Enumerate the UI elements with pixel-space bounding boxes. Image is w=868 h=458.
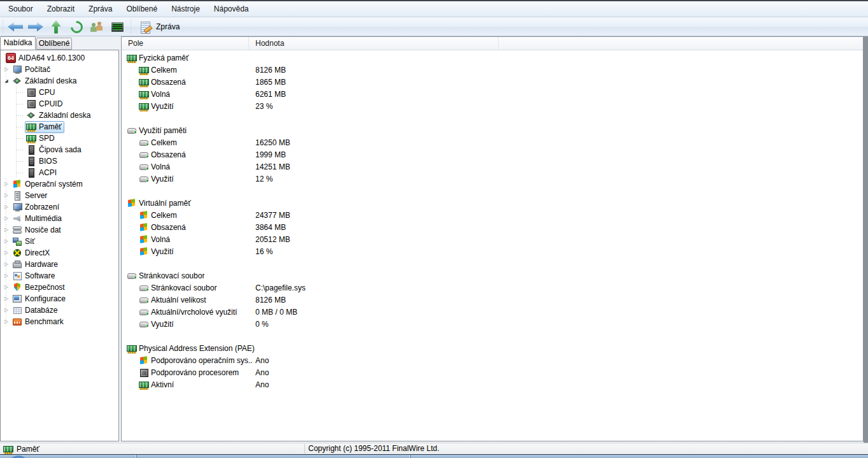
tree-item-s[interactable]: Síť <box>1 236 118 247</box>
swap-icon <box>139 283 149 293</box>
tree-item-aida64-v1-60-1300[interactable]: 64AIDA64 v1.60.1300 <box>1 52 118 64</box>
expand-arrow[interactable] <box>2 304 11 316</box>
start-button[interactable] <box>7 455 30 458</box>
tree-item-bezpe-nost[interactable]: Bezpečnost <box>1 282 118 293</box>
field-row-vyu-it[interactable]: Využití23 % <box>122 100 863 112</box>
field-row-voln[interactable]: Volná6261 MB <box>122 88 863 100</box>
tree-item-hardware[interactable]: Hardware <box>1 259 118 270</box>
expand-arrow[interactable] <box>2 282 11 293</box>
expand-arrow[interactable] <box>2 236 11 247</box>
refresh-button[interactable] <box>66 18 87 35</box>
field-row-celkem[interactable]: Celkem16250 MB <box>122 136 863 148</box>
group-row-virtu-ln-pam[interactable]: Virtuální paměť <box>122 197 863 209</box>
field-row-podporov-no-procesorem[interactable]: Podporováno procesoremAno <box>122 366 863 378</box>
swap-icon <box>139 295 149 305</box>
tree-item-label: Databáze <box>25 306 57 315</box>
group-row-vyu-it-pam-ti[interactable]: Využití paměti <box>122 124 863 136</box>
field-row-obsazen[interactable]: Obsazená1865 MB <box>122 76 863 88</box>
group-row-fyzick-pam[interactable]: Fyzická paměť <box>122 52 863 64</box>
tree-item-ipov-sada[interactable]: Čipová sada <box>1 144 118 155</box>
expand-arrow[interactable] <box>2 190 11 201</box>
column-header-hodnota[interactable]: Hodnota <box>249 37 499 50</box>
field-value: 23 % <box>255 102 273 111</box>
expand-arrow[interactable] <box>2 213 11 224</box>
tree-item-z-kladn-deska[interactable]: Základní deska <box>1 75 118 87</box>
field-value: Ano <box>255 356 269 365</box>
taskbar-sliver <box>0 454 868 458</box>
tree-item-content: Základní deska <box>25 110 93 122</box>
group-row-physical-address-extension-pae[interactable]: Physical Address Extension (PAE) <box>122 342 863 354</box>
tree-item-label: Multimédia <box>25 214 62 223</box>
expand-arrow[interactable] <box>2 201 11 213</box>
tab-nabidka[interactable]: Nabídka <box>0 36 36 50</box>
tree-item-benchmark[interactable]: Benchmark <box>1 316 118 327</box>
menu-item-n-pov-da[interactable]: Nápověda <box>207 1 256 17</box>
statusbar-page-label: Paměť <box>17 445 39 454</box>
field-row-obsazen[interactable]: Obsazená1999 MB <box>122 148 863 161</box>
forward-icon <box>28 22 43 32</box>
win-icon <box>139 210 149 220</box>
user-manager-button[interactable] <box>87 18 107 35</box>
tree-item-opera-n-syst-m[interactable]: Operační systém <box>1 178 118 190</box>
field-row-celkem[interactable]: Celkem24377 MB <box>122 209 863 221</box>
storage-icon <box>12 225 22 235</box>
tree-item-zobrazen[interactable]: Zobrazení <box>1 201 118 213</box>
tree-item-multim-dia[interactable]: Multimédia <box>1 213 118 224</box>
tree-item-datab-ze[interactable]: Databáze <box>1 304 118 316</box>
field-row-aktu-ln-velikost[interactable]: Aktuální velikost8126 MB <box>122 294 863 306</box>
expand-arrow[interactable] <box>2 224 11 236</box>
expand-arrow[interactable] <box>2 178 11 190</box>
tree-item-content: Základní deska <box>11 75 79 87</box>
field-row-vyu-it[interactable]: Využití16 % <box>122 245 863 257</box>
menu-item-zpr-va[interactable]: Zpráva <box>82 1 119 17</box>
menu-item-n-stroje[interactable]: Nástroje <box>164 1 207 17</box>
up-button[interactable] <box>46 18 66 35</box>
field-row-voln[interactable]: Volná14251 MB <box>122 161 863 173</box>
tree-item-directx[interactable]: DirectX <box>1 247 118 259</box>
field-row-celkem[interactable]: Celkem8126 MB <box>122 64 863 76</box>
expand-arrow[interactable] <box>2 293 11 304</box>
menu-item-obl-ben[interactable]: Oblíbené <box>119 1 164 17</box>
field-row-aktu-ln-vrcholov-vyu-it[interactable]: Aktuální/vrcholové využití0 MB / 0 MB <box>122 306 863 318</box>
menu-item-soubor[interactable]: Soubor <box>1 1 40 17</box>
tree-item-software[interactable]: Software <box>1 270 118 282</box>
report-button[interactable]: Zpráva <box>134 20 185 34</box>
expand-arrow[interactable] <box>2 64 11 75</box>
forward-button[interactable] <box>25 18 46 35</box>
tree-item-cpuid[interactable]: CPUID <box>1 98 118 110</box>
field-row-podporov-no-opera-n-m-sys[interactable]: Podporováno operačním sys...Ano <box>122 354 863 366</box>
field-row-vyu-it[interactable]: Využití12 % <box>122 173 863 185</box>
expand-arrow[interactable] <box>2 270 11 282</box>
back-button[interactable] <box>5 18 25 35</box>
tree-item-content: Multimédia <box>11 213 64 225</box>
field-label: Celkem <box>151 66 177 75</box>
group-title-cell: Physical Address Extension (PAE) <box>122 343 255 354</box>
tree-item-po-ta[interactable]: Počítač <box>1 64 118 75</box>
tree-item-pam[interactable]: Paměť <box>1 121 118 132</box>
tree-item-acpi[interactable]: ACPI <box>1 167 118 178</box>
directx-icon <box>12 248 22 258</box>
field-row-obsazen[interactable]: Obsazená3864 MB <box>122 221 863 233</box>
field-row-str-nkovac-soubor[interactable]: Stránkovací souborC:\pagefile.sys <box>122 282 863 294</box>
tree-item-bios[interactable]: BIOS <box>1 155 118 167</box>
expand-arrow[interactable] <box>2 259 11 270</box>
tab-oblibene[interactable]: Oblíbené <box>36 38 72 50</box>
tree-item-cpu[interactable]: CPU <box>1 87 118 98</box>
tree-item-spd[interactable]: SPD <box>1 132 118 144</box>
tree-item-server[interactable]: Server <box>1 190 118 201</box>
ram-icon <box>139 65 149 75</box>
field-row-vyu-it[interactable]: Využití0 % <box>122 318 863 330</box>
expand-arrow[interactable] <box>2 316 11 327</box>
field-row-voln[interactable]: Volná20512 MB <box>122 233 863 245</box>
field-row-aktivn[interactable]: AktivníAno <box>122 378 863 390</box>
menu-item-zobrazit[interactable]: Zobrazit <box>40 1 82 17</box>
tree-item-z-kladn-deska[interactable]: Základní deska <box>1 110 118 121</box>
collapse-arrow[interactable] <box>2 75 11 87</box>
tree-item-nosi-e-dat[interactable]: Nosiče dat <box>1 224 118 236</box>
expand-arrow[interactable] <box>2 247 11 259</box>
remote-monitor-button[interactable] <box>107 18 127 35</box>
multimedia-icon <box>12 213 22 224</box>
tree-item-konfigurace[interactable]: Konfigurace <box>1 293 118 304</box>
column-header-pole[interactable]: Pole <box>122 37 249 50</box>
group-row-str-nkovac-soubor[interactable]: Stránkovací soubor <box>122 269 863 282</box>
